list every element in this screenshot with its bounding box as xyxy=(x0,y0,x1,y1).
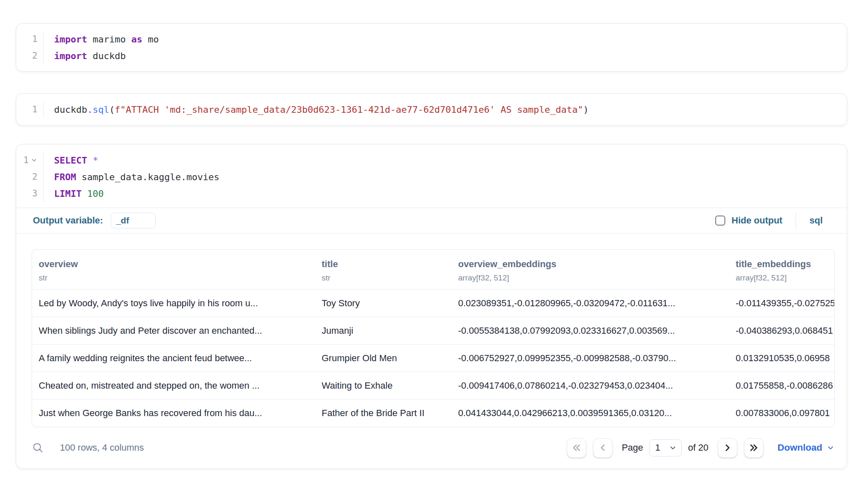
table-row: Led by Woody, Andy's toys live happily i… xyxy=(32,290,834,317)
column-header-title-embeddings[interactable]: title_embeddings array[f32, 512] xyxy=(729,250,834,290)
line-number: 1 xyxy=(16,152,44,169)
page-select[interactable]: 1 xyxy=(649,439,682,456)
last-page-button[interactable] xyxy=(744,438,764,458)
code-token: marimo xyxy=(87,34,131,45)
search-icon[interactable] xyxy=(32,441,44,454)
marimo-notebook: 1 import marimo as mo 2 import duckdb 1 … xyxy=(0,0,868,496)
cell-title: Grumpier Old Men xyxy=(315,345,451,372)
pagination: Page 1 of 20 xyxy=(567,438,835,458)
table-footer: 100 rows, 4 columns Page 1 xyxy=(32,438,835,458)
cell-title-embeddings: 0.01755858,-0.0086286 xyxy=(729,372,834,399)
sql-cell: 1 SELECT * 2 FROM sample_data.kaggle.mov… xyxy=(16,144,847,469)
fold-chevron-icon[interactable] xyxy=(31,157,37,164)
code-line: 3 LIMIT 100 xyxy=(16,185,847,202)
cell-title: Waiting to Exhale xyxy=(315,372,451,399)
code-text[interactable]: import duckdb xyxy=(44,51,126,61)
code-text[interactable]: SELECT * xyxy=(44,155,98,166)
line-number-text: 1 xyxy=(32,104,37,114)
code-cell-attach[interactable]: 1 duckdb.sql(f"ATTACH 'md:_share/sample_… xyxy=(16,93,847,126)
code-line: 1 SELECT * xyxy=(16,152,847,169)
cell-overview: Led by Woody, Andy's toys live happily i… xyxy=(32,290,315,317)
language-toggle[interactable]: sql xyxy=(809,215,823,226)
line-number-text: 1 xyxy=(32,34,37,44)
code-token: import xyxy=(54,51,87,61)
cell-title: Father of the Bride Part II xyxy=(315,399,451,427)
column-name: overview_embeddings xyxy=(458,259,722,270)
line-number: 1 xyxy=(16,31,44,47)
cell-overview-embeddings: -0.0055384138,0.07992093,0.023316627,0.0… xyxy=(451,317,729,345)
code-editor[interactable]: 1 SELECT * 2 FROM sample_data.kaggle.mov… xyxy=(16,152,847,202)
code-text[interactable]: LIMIT 100 xyxy=(44,188,104,199)
column-type: str xyxy=(39,273,308,283)
cell-overview: Cheated on, mistreated and stepped on, t… xyxy=(32,372,315,399)
cell-overview: Just when George Banks has recovered fro… xyxy=(32,399,315,427)
page-label: Page xyxy=(622,442,643,453)
cell-overview: When siblings Judy and Peter discover an… xyxy=(32,317,315,345)
chevrons-right-icon xyxy=(748,442,759,453)
line-number: 2 xyxy=(16,169,44,185)
output-variable-label: Output variable: xyxy=(33,215,103,226)
code-token: sample_data.kaggle.movies xyxy=(76,172,219,182)
line-number-text: 2 xyxy=(32,51,37,61)
cell-overview-embeddings: -0.009417406,0.07860214,-0.023279453,0.0… xyxy=(451,372,729,399)
chevron-right-icon xyxy=(722,442,733,453)
code-token: sql xyxy=(93,104,109,115)
download-button[interactable]: Download xyxy=(778,442,835,453)
code-text[interactable]: FROM sample_data.kaggle.movies xyxy=(44,172,219,182)
code-token: mo xyxy=(142,34,159,45)
code-line: 1 import marimo as mo xyxy=(16,31,847,47)
column-header-overview[interactable]: overview str xyxy=(32,250,315,290)
code-token: duckdb xyxy=(54,104,87,115)
chevron-down-icon xyxy=(826,444,835,452)
table-header-row: overview str title str overview_embeddin… xyxy=(32,250,834,290)
line-number-text: 3 xyxy=(32,188,37,198)
column-header-title[interactable]: title str xyxy=(315,250,451,290)
cell-overview-embeddings: 0.023089351,-0.012809965,-0.03209472,-0.… xyxy=(451,290,729,317)
code-token: ( xyxy=(109,104,114,115)
table-row: When siblings Judy and Peter discover an… xyxy=(32,317,834,345)
page-select-value: 1 xyxy=(655,442,669,453)
column-header-overview-embeddings[interactable]: overview_embeddings array[f32, 512] xyxy=(451,250,729,290)
column-type: array[f32, 512] xyxy=(736,273,828,283)
code-token: * xyxy=(93,155,98,166)
code-text[interactable]: duckdb.sql(f"ATTACH 'md:_share/sample_da… xyxy=(44,104,589,115)
cell-overview-embeddings: 0.041433044,0.042966213,0.0039591365,0.0… xyxy=(451,399,729,427)
output-variable-input[interactable] xyxy=(111,213,156,228)
code-token: f"ATTACH 'md:_share/sample_data/23b0d623… xyxy=(115,104,583,115)
table-row: Cheated on, mistreated and stepped on, t… xyxy=(32,372,834,399)
code-cell-imports[interactable]: 1 import marimo as mo 2 import duckdb xyxy=(16,23,847,72)
hide-output-checkbox[interactable] xyxy=(715,216,725,226)
cell-title: Jumanji xyxy=(315,317,451,345)
page-count-label: of 20 xyxy=(688,442,709,453)
cell-overview-embeddings: -0.006752927,0.099952355,-0.009982588,-0… xyxy=(451,345,729,372)
line-number-text: 1 xyxy=(23,155,29,165)
code-token xyxy=(82,188,87,199)
code-line: 1 duckdb.sql(f"ATTACH 'md:_share/sample_… xyxy=(16,101,847,118)
table-row: Just when George Banks has recovered fro… xyxy=(32,399,834,427)
output-bar-controls: Hide output sql xyxy=(715,212,830,229)
column-name: title_embeddings xyxy=(736,259,828,270)
column-name: overview xyxy=(39,259,308,270)
cell-title-embeddings: 0.007833006,0.097801 xyxy=(729,399,834,427)
code-token: LIMIT xyxy=(54,188,82,199)
results-table: overview str title str overview_embeddin… xyxy=(32,249,835,427)
column-type: array[f32, 512] xyxy=(458,273,722,283)
next-page-button[interactable] xyxy=(718,438,737,458)
hide-output-label[interactable]: Hide output xyxy=(732,215,782,226)
chevrons-left-icon xyxy=(571,442,582,453)
rows-summary: 100 rows, 4 columns xyxy=(60,442,144,453)
code-token xyxy=(87,155,92,166)
line-number: 1 xyxy=(16,101,44,118)
code-text[interactable]: import marimo as mo xyxy=(44,34,159,45)
prev-page-button[interactable] xyxy=(593,438,613,458)
divider xyxy=(796,212,796,229)
code-token: SELECT xyxy=(54,155,87,166)
column-type: str xyxy=(322,273,445,283)
line-number-text: 2 xyxy=(32,172,37,182)
first-page-button[interactable] xyxy=(567,438,586,458)
cell-overview: A family wedding reignites the ancient f… xyxy=(32,345,315,372)
line-number: 3 xyxy=(16,185,44,202)
download-label: Download xyxy=(778,442,823,453)
code-token: as xyxy=(131,34,142,45)
output-variable-bar: Output variable: Hide output sql xyxy=(16,208,847,233)
